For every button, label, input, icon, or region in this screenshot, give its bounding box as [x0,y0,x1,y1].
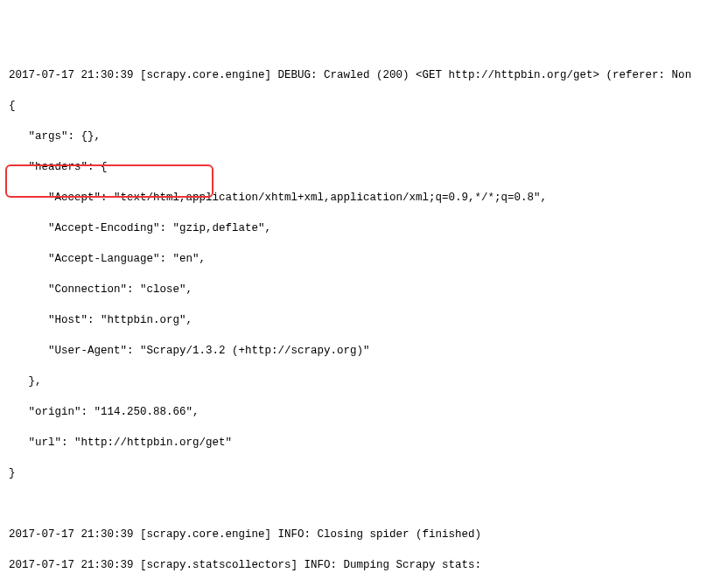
log-line-origin: "origin": "114.250.88.66", [9,406,200,418]
log-line: { [9,100,16,112]
log-line: 2017-07-17 21:30:39 [scrapy.core.engine]… [9,528,481,541]
log-line: "headers": { [9,161,108,173]
log-line: "Accept-Encoding": "gzip,deflate", [9,222,271,234]
log-line: 2017-07-17 21:30:39 [scrapy.statscollect… [9,559,481,571]
log-line: "url": "http://httpbin.org/get" [9,437,232,449]
log-line: "User-Agent": "Scrapy/1.3.2 (+http://scr… [9,345,370,357]
log-line: } [9,467,16,479]
log-line: }, [9,375,42,388]
log-line: "Host": "httpbin.org", [9,314,192,326]
log-line: "Accept-Language": "en", [9,253,206,265]
log-line: "Accept": "text/html,application/xhtml+x… [9,192,547,204]
log-line: "args": {}, [9,130,101,143]
log-line: "Connection": "close", [9,283,192,296]
log-line: 2017-07-17 21:30:39 [scrapy.core.engine]… [9,69,691,81]
